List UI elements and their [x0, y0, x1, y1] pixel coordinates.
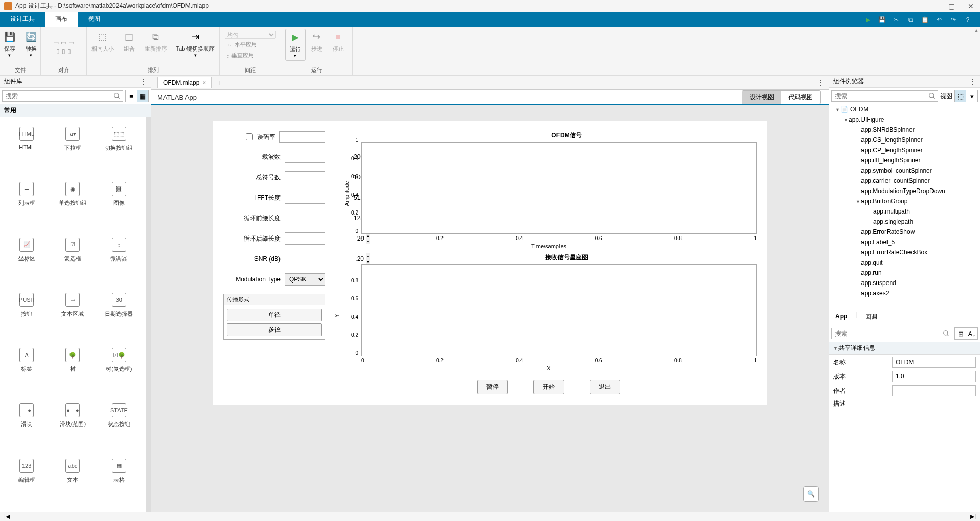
tree-item[interactable]: app.symbol_countSpinner	[829, 165, 980, 176]
component-按钮[interactable]: PUSH按钮	[6, 290, 47, 340]
error-rate-checkbox[interactable]	[246, 133, 253, 140]
align-left-icon[interactable]: ▭	[53, 39, 59, 46]
combine-button[interactable]: ◫ 组合	[119, 29, 139, 55]
multipath-button[interactable]: 多径	[227, 323, 322, 336]
align-top-icon[interactable]: ▯	[56, 48, 60, 55]
status-right-icon[interactable]: ▶|	[970, 513, 976, 520]
tree-view-icon[interactable]: ⬚	[955, 90, 966, 102]
singlepath-button[interactable]: 单径	[227, 309, 322, 321]
version-input[interactable]	[892, 371, 976, 382]
name-input[interactable]	[892, 357, 976, 368]
component-滑块[interactable]: —●滑块	[6, 400, 47, 450]
convert-button[interactable]: 🔄 转换 ▾	[21, 29, 41, 60]
spacing-h-button[interactable]: ↔水平应用	[225, 40, 276, 50]
sort-az-icon[interactable]: A↓	[966, 328, 977, 339]
tree-item[interactable]: app.axes2	[829, 288, 980, 298]
redo-icon[interactable]: ↷	[949, 15, 958, 25]
component-单选按钮组[interactable]: ◉单选按钮组	[52, 179, 93, 229]
component-列表框[interactable]: ☰列表框	[6, 179, 47, 229]
tab-canvas[interactable]: 画布	[45, 12, 78, 27]
start-button[interactable]: 开始	[533, 380, 564, 394]
spacing-v-button[interactable]: ↕垂直应用	[225, 51, 276, 60]
tree-item[interactable]: app.run	[829, 268, 980, 278]
maximize-button[interactable]: ▢	[946, 1, 956, 11]
axes2[interactable]: 接收信号星座图 Y 10.80.60.40.20 00.20.40.60.81 …	[341, 253, 757, 371]
tree-item[interactable]: app.ModulationTypeDropDown	[829, 186, 980, 196]
component-标签[interactable]: A标签	[6, 345, 47, 395]
grid-view-icon[interactable]: ▦	[137, 90, 148, 102]
code-view-tab[interactable]: 代码视图	[781, 91, 820, 104]
step-button[interactable]: ↪ 步进	[307, 29, 327, 55]
close-button[interactable]: ✕	[966, 1, 976, 11]
snr-spinner[interactable]: ▲▼	[285, 253, 325, 265]
tree-item[interactable]: app.Label_5	[829, 237, 980, 247]
quit-button[interactable]: 退出	[590, 380, 620, 394]
design-view-tab[interactable]: 设计视图	[742, 91, 781, 104]
add-tab-button[interactable]: +	[215, 79, 225, 87]
close-tab-icon[interactable]: ×	[202, 79, 206, 86]
component-表格[interactable]: ▦表格	[99, 456, 139, 506]
component-search-input[interactable]	[2, 90, 123, 102]
align-middle-icon[interactable]: ▯	[62, 48, 65, 55]
spacing-select[interactable]: 均匀	[225, 31, 276, 39]
tree-item[interactable]: app.quit	[829, 257, 980, 268]
help-icon[interactable]: ?	[963, 15, 972, 25]
zoom-in-icon[interactable]: 🔍	[803, 486, 819, 502]
component-文本[interactable]: abc文本	[52, 456, 93, 506]
inspector-tab-callback[interactable]: 回调	[863, 311, 879, 323]
tree-item[interactable]: app.ErrorRateShow	[829, 227, 980, 237]
component-编辑框[interactable]: 123编辑框	[6, 456, 47, 506]
app-uifigure[interactable]: 误码率 载波数 ▲▼ 总符号数 ▲▼ IFFT长度 ▲▼	[213, 121, 767, 405]
component-下拉框[interactable]: a▾下拉框	[52, 124, 93, 174]
component-状态按钮[interactable]: STATE状态按钮	[99, 400, 139, 450]
suspend-button[interactable]: 暂停	[477, 380, 508, 394]
save-button[interactable]: 💾 保存 ▾	[0, 29, 20, 60]
status-left-icon[interactable]: |◀	[4, 513, 10, 520]
axes1[interactable]: OFDM信号 Amplitude 10.80.60.40.20 00.20.40…	[341, 131, 757, 249]
component-树(复选框)[interactable]: ☑🌳树(复选框)	[99, 345, 139, 395]
cut-icon[interactable]: ✂	[892, 15, 901, 25]
component-日期选择器[interactable]: 30日期选择器	[99, 290, 139, 340]
component-HTML[interactable]: HTMLHTML	[6, 124, 47, 174]
component-切换按钮组[interactable]: ⬚⬚切换按钮组	[99, 124, 139, 174]
tree-item[interactable]: app.ErrorRateCheckBox	[829, 247, 980, 257]
tree-item[interactable]: ▼app.UIFigure	[829, 114, 980, 125]
component-微调器[interactable]: ↕微调器	[99, 234, 139, 285]
component-图像[interactable]: 🖼图像	[99, 179, 139, 229]
panel-menu-icon[interactable]: ⋮	[970, 78, 976, 85]
run-icon[interactable]: ▶	[863, 15, 872, 25]
inspector-search-input[interactable]	[831, 328, 952, 339]
tree-item[interactable]: ▼📄OFDM	[829, 104, 980, 114]
tab-menu-icon[interactable]: ⋮	[812, 79, 829, 86]
copy-icon[interactable]: ⧉	[906, 15, 915, 25]
browser-search-input[interactable]	[831, 90, 938, 102]
align-right-icon[interactable]: ▭	[68, 39, 74, 46]
tree-item[interactable]: app.singlepath	[829, 217, 980, 227]
collapse-ribbon-icon[interactable]: ▴	[973, 27, 980, 75]
component-复选框[interactable]: ☑复选框	[52, 234, 93, 285]
scrollbar[interactable]	[146, 117, 151, 512]
inspector-tab-app[interactable]: App	[833, 311, 849, 323]
author-input[interactable]	[892, 385, 976, 396]
stop-button[interactable]: ■ 停止	[328, 29, 348, 55]
tree-item[interactable]: ▼app.ButtonGroup	[829, 196, 980, 206]
reorder-button[interactable]: ⧉ 重新排序	[141, 29, 171, 55]
align-bottom-icon[interactable]: ▯	[67, 48, 71, 55]
undo-icon[interactable]: ↶	[935, 15, 944, 25]
tab-design[interactable]: 设计工具	[0, 12, 45, 27]
tree-item[interactable]: app.carrier_countSpinner	[829, 176, 980, 186]
tree-item[interactable]: app.CP_lengthSpinner	[829, 145, 980, 155]
component-坐标区[interactable]: 📈坐标区	[6, 234, 47, 285]
component-树[interactable]: 🌳树	[52, 345, 93, 395]
tree-item[interactable]: app.suspend	[829, 278, 980, 288]
tree-item[interactable]: app.multipath	[829, 206, 980, 217]
save-icon[interactable]: 💾	[877, 15, 886, 25]
expand-icon[interactable]: ⊞	[955, 328, 966, 339]
modulation-dropdown[interactable]: QPSK	[285, 273, 325, 286]
tree-item[interactable]: app.ifft_lengthSpinner	[829, 155, 980, 165]
ifft-spinner[interactable]: ▲▼	[285, 192, 325, 204]
panel-menu-icon[interactable]: ⋮	[141, 78, 147, 85]
inspector-section[interactable]: 共享详细信息	[838, 344, 875, 351]
symbols-spinner[interactable]: ▲▼	[285, 171, 325, 183]
sort-icon[interactable]: ▾	[966, 90, 977, 102]
